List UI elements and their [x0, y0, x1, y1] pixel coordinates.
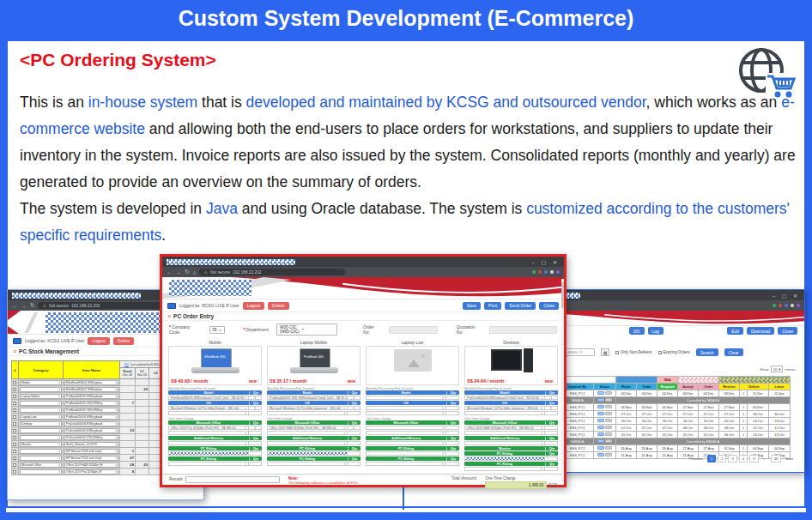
kitting-select[interactable] — [168, 451, 249, 456]
kitting-select[interactable] — [464, 467, 545, 471]
qty-input[interactable] — [249, 411, 262, 415]
address-bar[interactable]: ⚠ Not secure 192.168.22.202 — [199, 269, 345, 275]
qty-input[interactable] — [545, 431, 558, 435]
page-button[interactable]: Next — [783, 456, 796, 462]
qty-input[interactable] — [545, 457, 558, 461]
order-row[interactable]: NV-30 KSG_PC1 26-Nov 26-Nov 26-Nov 27-No… — [534, 404, 791, 411]
kitting-select[interactable] — [366, 462, 446, 466]
delete-button[interactable]: Delete — [268, 302, 288, 310]
order-no-input[interactable] — [389, 326, 438, 334]
order-row[interactable]: CT-30 KSG_PC1 07-Oct 07-Oct 07-Oct 08-Oc… — [534, 425, 791, 432]
os-select[interactable] — [366, 406, 446, 410]
qty-input[interactable] — [446, 426, 459, 430]
item-select[interactable]: ProBook640G5 SSD ENKey▾ — [64, 400, 120, 406]
page-button[interactable]: 1 — [707, 455, 716, 463]
qty-input[interactable]: 1 — [249, 396, 262, 400]
status-cell[interactable] — [594, 418, 616, 425]
category-select[interactable]: ▾ — [19, 386, 64, 392]
kitting-select[interactable] — [267, 451, 348, 456]
log-button[interactable]: Log — [648, 327, 664, 335]
status-button[interactable] — [605, 391, 612, 395]
qty-input[interactable]: 1 — [545, 396, 558, 400]
os-select[interactable]: Microsoft Windows 10 Pro 64bit Japanese … — [464, 406, 545, 410]
expiring-orders-checkbox[interactable]: Expiring Orders — [658, 350, 690, 354]
row-checkbox[interactable] — [12, 434, 19, 440]
quotation-no-input[interactable] — [489, 326, 557, 334]
status-cell[interactable] — [594, 438, 616, 445]
send-order-button[interactable]: Send Order — [505, 302, 536, 310]
reload-icon[interactable]: ↻ — [185, 269, 189, 275]
status-button[interactable] — [605, 412, 612, 415]
qty-input[interactable] — [249, 462, 262, 466]
item-select[interactable]: ProDesk600G4 ENKeyboad▾ — [64, 420, 120, 426]
edit-button[interactable]: Edit — [727, 327, 743, 335]
office-select[interactable]: Office 2019 H&B 32/64bit (Prof) H11 - S$… — [464, 426, 545, 430]
page-button[interactable]: Previous — [687, 456, 706, 462]
item-select[interactable]: Office 2019 Pro 32/64bit JP▾ — [64, 469, 120, 475]
category-select[interactable]: ▾ — [19, 400, 64, 406]
scrollbar[interactable] — [561, 279, 564, 481]
download-button[interactable]: Download — [747, 327, 774, 335]
item-select[interactable]: EliteBook830G5 ENKeyboa▾ — [64, 379, 120, 385]
os-select[interactable] — [366, 411, 446, 415]
company-code-select[interactable]: 05▾ — [209, 326, 225, 334]
item-select[interactable]: EliteBook830G7 ENKeyboa▾ — [64, 386, 120, 392]
delete-button[interactable]: Delete — [113, 337, 134, 345]
qty-input[interactable] — [446, 396, 459, 400]
qty-input[interactable] — [545, 441, 558, 445]
do-button[interactable]: DO — [629, 327, 645, 335]
office-select[interactable]: Office 2019 Pro 32/64bit (Prof) H11 - S$… — [168, 426, 249, 430]
qty-input[interactable] — [446, 451, 459, 456]
kitting-select[interactable] — [464, 457, 545, 461]
status-button[interactable] — [597, 419, 604, 422]
extension-icons[interactable] — [532, 270, 560, 274]
memory-select[interactable] — [464, 441, 545, 445]
os-select[interactable]: Microsoft Windows 10 Pro 64bit English -… — [168, 406, 249, 410]
save-button[interactable]: Save — [463, 302, 481, 310]
status-cell[interactable] — [594, 411, 616, 418]
reload-icon[interactable]: ↻ — [30, 302, 34, 309]
row-checkbox[interactable] — [12, 414, 19, 420]
window-controls-icon[interactable]: – ▢ ✕ — [773, 293, 800, 299]
total-amount-field[interactable]: 1,488.00 — [485, 481, 547, 489]
forward-icon[interactable]: → — [21, 303, 27, 309]
menu-icon[interactable]: ≡ — [13, 348, 16, 354]
page-button[interactable]: 48 — [771, 455, 782, 463]
office-select[interactable] — [267, 431, 348, 435]
remark-input[interactable] — [185, 476, 280, 483]
qty-input[interactable]: 1 — [348, 426, 361, 430]
office-select[interactable] — [366, 431, 446, 435]
item-select[interactable]: ProBook450G5 ENKeyboad▾ — [64, 414, 120, 420]
category-select[interactable]: ▾ — [19, 427, 64, 433]
os-select[interactable] — [464, 411, 545, 415]
page-button[interactable]: 3 — [728, 455, 736, 463]
status-button[interactable] — [605, 432, 612, 436]
calendar-icon[interactable]: ▦ — [601, 348, 609, 356]
row-checkbox[interactable] — [12, 379, 19, 385]
qty-input[interactable] — [446, 441, 459, 445]
office-select[interactable] — [168, 431, 249, 435]
qty-input[interactable] — [348, 441, 361, 445]
status-button[interactable] — [605, 453, 612, 457]
logout-button[interactable]: Logout — [243, 302, 264, 310]
qty-input[interactable] — [545, 467, 558, 471]
status-button[interactable] — [597, 453, 604, 457]
kitting-select[interactable] — [267, 462, 348, 466]
status-cell[interactable] — [594, 452, 616, 459]
category-select[interactable]: Microsoft Office▾ — [19, 462, 64, 468]
status-button[interactable] — [597, 398, 604, 402]
page-button[interactable]: 4 — [739, 455, 748, 463]
order-row[interactable]: FB-20 HARADA Cancelled by HARADA — [534, 438, 791, 445]
kitting-select[interactable] — [168, 462, 249, 466]
print-button[interactable]: Print — [484, 302, 501, 310]
back-icon[interactable]: ← — [167, 269, 173, 275]
status-button[interactable] — [605, 405, 612, 408]
status-cell[interactable] — [594, 445, 616, 452]
status-button[interactable] — [605, 426, 612, 429]
status-button[interactable] — [597, 391, 604, 395]
forward-icon[interactable]: → — [176, 269, 182, 275]
item-select[interactable]: HP Monitor P203 with Displ▾ — [64, 448, 120, 454]
model-select[interactable]: EliteBook830G5 ENKeyboard (OneD Unit) - … — [168, 396, 249, 400]
category-select[interactable]: ▾ — [19, 407, 64, 413]
item-select[interactable]: ProDesk600G5 ENKeyboad▾ — [64, 427, 120, 433]
